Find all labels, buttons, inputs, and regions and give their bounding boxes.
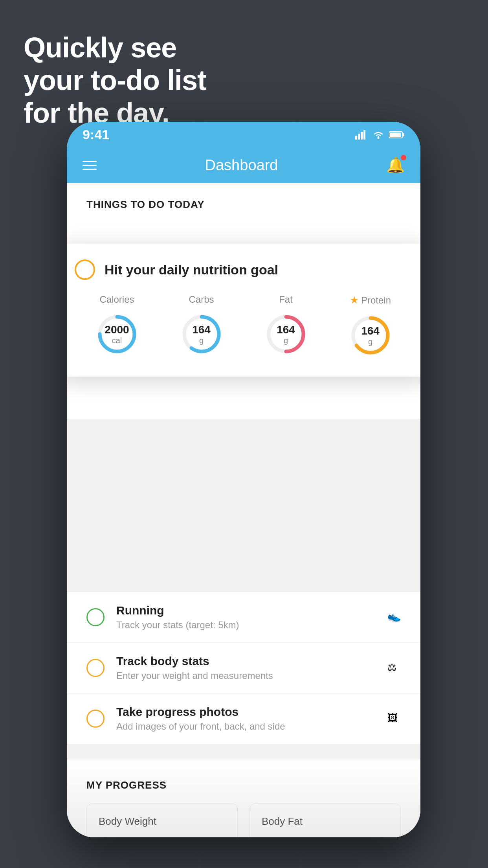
nav-bar: Dashboard 🔔 — [67, 147, 420, 183]
notification-bell[interactable]: 🔔 — [386, 156, 405, 174]
nutrition-circle-wrap: 164 g — [178, 311, 225, 358]
card-title: Hit your daily nutrition goal — [105, 262, 278, 278]
todo-text: RunningTrack your stats (target: 5km) — [116, 604, 376, 631]
star-icon: ★ — [350, 294, 359, 306]
todo-action-icon: 🖼 — [387, 710, 401, 727]
nutrition-label-row: Calories — [99, 294, 134, 305]
svg-text:⚖: ⚖ — [387, 661, 396, 673]
notification-dot — [401, 155, 406, 160]
scale-icon: ⚖ — [387, 660, 401, 673]
headline-line1: Quickly see — [24, 31, 206, 64]
svg-rect-7 — [390, 132, 401, 137]
todo-name: Track body stats — [116, 655, 376, 668]
nutrition-label-row: ★Protein — [350, 294, 391, 306]
status-time: 9:41 — [83, 127, 109, 142]
nutrition-label-row: Carbs — [189, 294, 214, 305]
circle-value: 164 g — [361, 325, 380, 346]
card-header: Hit your daily nutrition goal — [75, 259, 413, 280]
svg-rect-0 — [355, 136, 357, 140]
signal-icon — [355, 130, 368, 140]
nutrition-label-text: Carbs — [189, 294, 214, 305]
hamburger-menu[interactable] — [83, 161, 97, 170]
nav-title: Dashboard — [205, 157, 278, 174]
todo-item[interactable]: RunningTrack your stats (target: 5km)👟 — [67, 592, 420, 642]
nutrition-card: Hit your daily nutrition goal Calories 2… — [67, 244, 420, 377]
progress-card-title: Body Fat — [262, 815, 389, 828]
battery-icon — [389, 131, 405, 139]
nutrition-circle-wrap: 164 g — [262, 311, 310, 358]
todo-name: Running — [116, 604, 376, 617]
todo-name: Take progress photos — [116, 705, 376, 719]
circle-unit: g — [277, 336, 295, 345]
headline-line2: your to-do list — [24, 64, 206, 97]
nutrition-item-carbs: Carbs 164 g — [178, 294, 225, 358]
nutrition-circle-wrap: 2000 cal — [94, 311, 141, 358]
svg-rect-3 — [363, 130, 365, 140]
progress-value-row: 100 kg — [99, 837, 226, 837]
progress-section: MY PROGRESS Body Weight 100 kg Body Fat … — [67, 760, 420, 837]
svg-rect-1 — [358, 134, 360, 140]
progress-card[interactable]: Body Fat 23 % — [250, 803, 401, 837]
todo-item[interactable]: Take progress photosAdd images of your f… — [67, 693, 420, 744]
svg-rect-2 — [361, 132, 363, 140]
todo-circle[interactable] — [86, 710, 105, 728]
progress-cards: Body Weight 100 kg Body Fat 23 % — [86, 803, 401, 837]
svg-text:👟: 👟 — [387, 610, 401, 622]
progress-label: MY PROGRESS — [86, 779, 401, 791]
todo-text: Take progress photosAdd images of your f… — [116, 705, 376, 732]
task-circle-nutrition[interactable] — [75, 259, 95, 280]
circle-value: 164 g — [277, 324, 295, 345]
todo-action-icon: ⚖ — [387, 660, 401, 676]
circle-unit: g — [192, 336, 211, 345]
todo-sub: Enter your weight and measurements — [116, 670, 376, 681]
todo-circle[interactable] — [86, 659, 105, 677]
nutrition-label-text: Protein — [361, 295, 391, 306]
circle-value: 164 g — [192, 324, 211, 345]
nutrition-item-calories: Calories 2000 cal — [94, 294, 141, 358]
circle-num: 164 — [277, 324, 295, 336]
things-section: THINGS TO DO TODAY Hit your daily nutrit… — [67, 183, 420, 419]
nutrition-circle-wrap: 164 g — [347, 312, 394, 359]
status-bar: 9:41 — [67, 122, 420, 147]
todo-circle[interactable] — [86, 608, 105, 626]
svg-rect-6 — [403, 133, 404, 136]
nutrition-item-fat: Fat 164 g — [262, 294, 310, 358]
todo-text: Track body statsEnter your weight and me… — [116, 655, 376, 681]
circle-unit: g — [361, 337, 380, 346]
progress-card-title: Body Weight — [99, 815, 226, 828]
circle-unit: cal — [105, 336, 129, 345]
things-label: THINGS TO DO TODAY — [86, 199, 401, 211]
nutrition-label-text: Calories — [99, 294, 134, 305]
phone-shell: 9:41 — [67, 122, 420, 837]
progress-value-row: 23 % — [262, 837, 389, 837]
circle-num: 164 — [192, 324, 211, 336]
nutrition-label-row: Fat — [279, 294, 293, 305]
svg-text:🖼: 🖼 — [387, 712, 398, 724]
todo-item[interactable]: Track body statsEnter your weight and me… — [67, 642, 420, 693]
circle-num: 2000 — [105, 324, 129, 336]
todo-sub: Track your stats (target: 5km) — [116, 620, 376, 631]
shoe-icon: 👟 — [387, 609, 401, 622]
status-icons — [355, 130, 405, 140]
wifi-icon — [372, 130, 384, 140]
headline: Quickly see your to-do list for the day. — [24, 31, 206, 129]
nutrition-label-text: Fat — [279, 294, 293, 305]
circle-value: 2000 cal — [105, 324, 129, 345]
circle-num: 164 — [361, 325, 380, 337]
todo-list: RunningTrack your stats (target: 5km)👟Tr… — [67, 592, 420, 744]
nutrition-item-protein: ★Protein 164 g — [347, 294, 394, 359]
nutrition-row: Calories 2000 cal Carbs 164 g Fat 164 g … — [75, 294, 413, 359]
progress-card[interactable]: Body Weight 100 kg — [86, 803, 238, 837]
todo-action-icon: 👟 — [387, 609, 401, 625]
photo-icon: 🖼 — [387, 710, 401, 724]
svg-point-4 — [378, 137, 380, 139]
todo-sub: Add images of your front, back, and side — [116, 721, 376, 732]
